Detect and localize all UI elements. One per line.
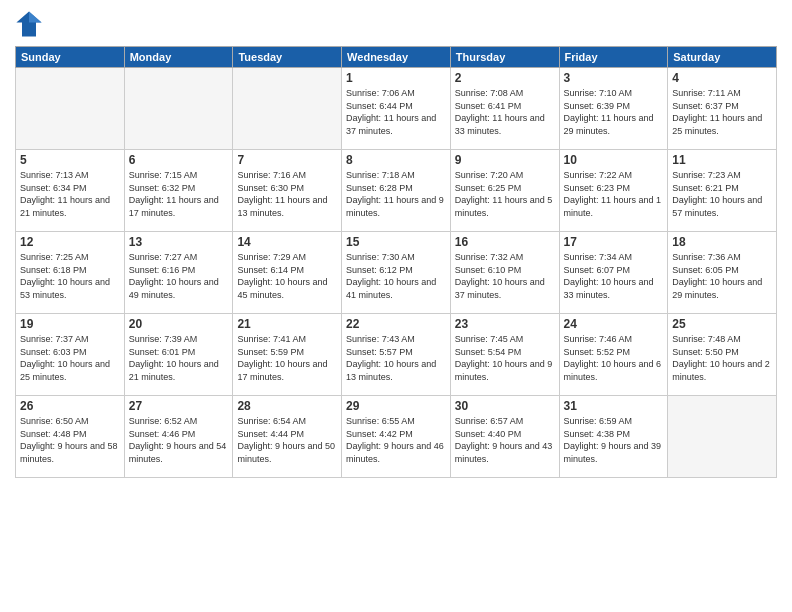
- day-info: Sunrise: 6:57 AMSunset: 4:40 PMDaylight:…: [455, 415, 555, 465]
- calendar-cell: 5Sunrise: 7:13 AMSunset: 6:34 PMDaylight…: [16, 150, 125, 232]
- day-number: 7: [237, 153, 337, 167]
- day-number: 22: [346, 317, 446, 331]
- day-number: 24: [564, 317, 664, 331]
- calendar-cell: 18Sunrise: 7:36 AMSunset: 6:05 PMDayligh…: [668, 232, 777, 314]
- calendar-cell: 13Sunrise: 7:27 AMSunset: 6:16 PMDayligh…: [124, 232, 233, 314]
- day-info: Sunrise: 7:37 AMSunset: 6:03 PMDaylight:…: [20, 333, 120, 383]
- calendar-cell: [124, 68, 233, 150]
- calendar-cell: 1Sunrise: 7:06 AMSunset: 6:44 PMDaylight…: [342, 68, 451, 150]
- calendar-table: SundayMondayTuesdayWednesdayThursdayFrid…: [15, 46, 777, 478]
- calendar-cell: 27Sunrise: 6:52 AMSunset: 4:46 PMDayligh…: [124, 396, 233, 478]
- calendar-cell: 4Sunrise: 7:11 AMSunset: 6:37 PMDaylight…: [668, 68, 777, 150]
- day-info: Sunrise: 7:48 AMSunset: 5:50 PMDaylight:…: [672, 333, 772, 383]
- calendar-cell: 21Sunrise: 7:41 AMSunset: 5:59 PMDayligh…: [233, 314, 342, 396]
- calendar-cell: 19Sunrise: 7:37 AMSunset: 6:03 PMDayligh…: [16, 314, 125, 396]
- day-header-tuesday: Tuesday: [233, 47, 342, 68]
- calendar-cell: 16Sunrise: 7:32 AMSunset: 6:10 PMDayligh…: [450, 232, 559, 314]
- day-number: 25: [672, 317, 772, 331]
- calendar-week-row: 26Sunrise: 6:50 AMSunset: 4:48 PMDayligh…: [16, 396, 777, 478]
- calendar-cell: 28Sunrise: 6:54 AMSunset: 4:44 PMDayligh…: [233, 396, 342, 478]
- day-number: 9: [455, 153, 555, 167]
- calendar-cell: 22Sunrise: 7:43 AMSunset: 5:57 PMDayligh…: [342, 314, 451, 396]
- calendar-cell: 15Sunrise: 7:30 AMSunset: 6:12 PMDayligh…: [342, 232, 451, 314]
- calendar-week-row: 5Sunrise: 7:13 AMSunset: 6:34 PMDaylight…: [16, 150, 777, 232]
- calendar-cell: 30Sunrise: 6:57 AMSunset: 4:40 PMDayligh…: [450, 396, 559, 478]
- day-info: Sunrise: 7:30 AMSunset: 6:12 PMDaylight:…: [346, 251, 446, 301]
- day-number: 3: [564, 71, 664, 85]
- calendar-cell: 12Sunrise: 7:25 AMSunset: 6:18 PMDayligh…: [16, 232, 125, 314]
- day-info: Sunrise: 7:20 AMSunset: 6:25 PMDaylight:…: [455, 169, 555, 219]
- calendar-cell: 17Sunrise: 7:34 AMSunset: 6:07 PMDayligh…: [559, 232, 668, 314]
- calendar-cell: 3Sunrise: 7:10 AMSunset: 6:39 PMDaylight…: [559, 68, 668, 150]
- calendar-cell: 23Sunrise: 7:45 AMSunset: 5:54 PMDayligh…: [450, 314, 559, 396]
- day-info: Sunrise: 6:50 AMSunset: 4:48 PMDaylight:…: [20, 415, 120, 465]
- day-number: 21: [237, 317, 337, 331]
- logo: [15, 10, 47, 38]
- calendar-week-row: 19Sunrise: 7:37 AMSunset: 6:03 PMDayligh…: [16, 314, 777, 396]
- calendar-cell: 9Sunrise: 7:20 AMSunset: 6:25 PMDaylight…: [450, 150, 559, 232]
- day-number: 11: [672, 153, 772, 167]
- calendar-week-row: 12Sunrise: 7:25 AMSunset: 6:18 PMDayligh…: [16, 232, 777, 314]
- day-info: Sunrise: 7:06 AMSunset: 6:44 PMDaylight:…: [346, 87, 446, 137]
- day-info: Sunrise: 6:59 AMSunset: 4:38 PMDaylight:…: [564, 415, 664, 465]
- calendar-cell: 6Sunrise: 7:15 AMSunset: 6:32 PMDaylight…: [124, 150, 233, 232]
- day-number: 19: [20, 317, 120, 331]
- day-number: 26: [20, 399, 120, 413]
- day-info: Sunrise: 7:39 AMSunset: 6:01 PMDaylight:…: [129, 333, 229, 383]
- day-info: Sunrise: 7:43 AMSunset: 5:57 PMDaylight:…: [346, 333, 446, 383]
- day-number: 31: [564, 399, 664, 413]
- day-number: 18: [672, 235, 772, 249]
- day-info: Sunrise: 6:54 AMSunset: 4:44 PMDaylight:…: [237, 415, 337, 465]
- day-number: 6: [129, 153, 229, 167]
- day-info: Sunrise: 7:22 AMSunset: 6:23 PMDaylight:…: [564, 169, 664, 219]
- day-header-wednesday: Wednesday: [342, 47, 451, 68]
- day-info: Sunrise: 7:10 AMSunset: 6:39 PMDaylight:…: [564, 87, 664, 137]
- day-info: Sunrise: 7:32 AMSunset: 6:10 PMDaylight:…: [455, 251, 555, 301]
- day-number: 16: [455, 235, 555, 249]
- day-header-friday: Friday: [559, 47, 668, 68]
- day-info: Sunrise: 7:41 AMSunset: 5:59 PMDaylight:…: [237, 333, 337, 383]
- day-number: 28: [237, 399, 337, 413]
- day-header-saturday: Saturday: [668, 47, 777, 68]
- calendar-cell: 2Sunrise: 7:08 AMSunset: 6:41 PMDaylight…: [450, 68, 559, 150]
- day-info: Sunrise: 6:52 AMSunset: 4:46 PMDaylight:…: [129, 415, 229, 465]
- day-info: Sunrise: 7:45 AMSunset: 5:54 PMDaylight:…: [455, 333, 555, 383]
- day-number: 5: [20, 153, 120, 167]
- day-number: 20: [129, 317, 229, 331]
- calendar-cell: 7Sunrise: 7:16 AMSunset: 6:30 PMDaylight…: [233, 150, 342, 232]
- day-number: 12: [20, 235, 120, 249]
- calendar-cell: 11Sunrise: 7:23 AMSunset: 6:21 PMDayligh…: [668, 150, 777, 232]
- day-info: Sunrise: 7:36 AMSunset: 6:05 PMDaylight:…: [672, 251, 772, 301]
- logo-icon: [15, 10, 43, 38]
- day-info: Sunrise: 7:11 AMSunset: 6:37 PMDaylight:…: [672, 87, 772, 137]
- day-number: 23: [455, 317, 555, 331]
- calendar-cell: 25Sunrise: 7:48 AMSunset: 5:50 PMDayligh…: [668, 314, 777, 396]
- day-number: 15: [346, 235, 446, 249]
- day-number: 30: [455, 399, 555, 413]
- day-info: Sunrise: 7:16 AMSunset: 6:30 PMDaylight:…: [237, 169, 337, 219]
- day-info: Sunrise: 7:25 AMSunset: 6:18 PMDaylight:…: [20, 251, 120, 301]
- day-info: Sunrise: 7:13 AMSunset: 6:34 PMDaylight:…: [20, 169, 120, 219]
- day-number: 14: [237, 235, 337, 249]
- calendar-cell: 26Sunrise: 6:50 AMSunset: 4:48 PMDayligh…: [16, 396, 125, 478]
- day-number: 10: [564, 153, 664, 167]
- day-info: Sunrise: 7:08 AMSunset: 6:41 PMDaylight:…: [455, 87, 555, 137]
- calendar-cell: 31Sunrise: 6:59 AMSunset: 4:38 PMDayligh…: [559, 396, 668, 478]
- calendar-header-row: SundayMondayTuesdayWednesdayThursdayFrid…: [16, 47, 777, 68]
- day-number: 4: [672, 71, 772, 85]
- day-info: Sunrise: 7:23 AMSunset: 6:21 PMDaylight:…: [672, 169, 772, 219]
- calendar-cell: [16, 68, 125, 150]
- day-info: Sunrise: 7:34 AMSunset: 6:07 PMDaylight:…: [564, 251, 664, 301]
- day-number: 27: [129, 399, 229, 413]
- day-info: Sunrise: 7:46 AMSunset: 5:52 PMDaylight:…: [564, 333, 664, 383]
- day-info: Sunrise: 7:18 AMSunset: 6:28 PMDaylight:…: [346, 169, 446, 219]
- calendar-cell: 8Sunrise: 7:18 AMSunset: 6:28 PMDaylight…: [342, 150, 451, 232]
- calendar-cell: 14Sunrise: 7:29 AMSunset: 6:14 PMDayligh…: [233, 232, 342, 314]
- day-number: 2: [455, 71, 555, 85]
- calendar-cell: 24Sunrise: 7:46 AMSunset: 5:52 PMDayligh…: [559, 314, 668, 396]
- calendar-cell: 29Sunrise: 6:55 AMSunset: 4:42 PMDayligh…: [342, 396, 451, 478]
- calendar-cell: 10Sunrise: 7:22 AMSunset: 6:23 PMDayligh…: [559, 150, 668, 232]
- day-number: 8: [346, 153, 446, 167]
- calendar-cell: [668, 396, 777, 478]
- day-info: Sunrise: 6:55 AMSunset: 4:42 PMDaylight:…: [346, 415, 446, 465]
